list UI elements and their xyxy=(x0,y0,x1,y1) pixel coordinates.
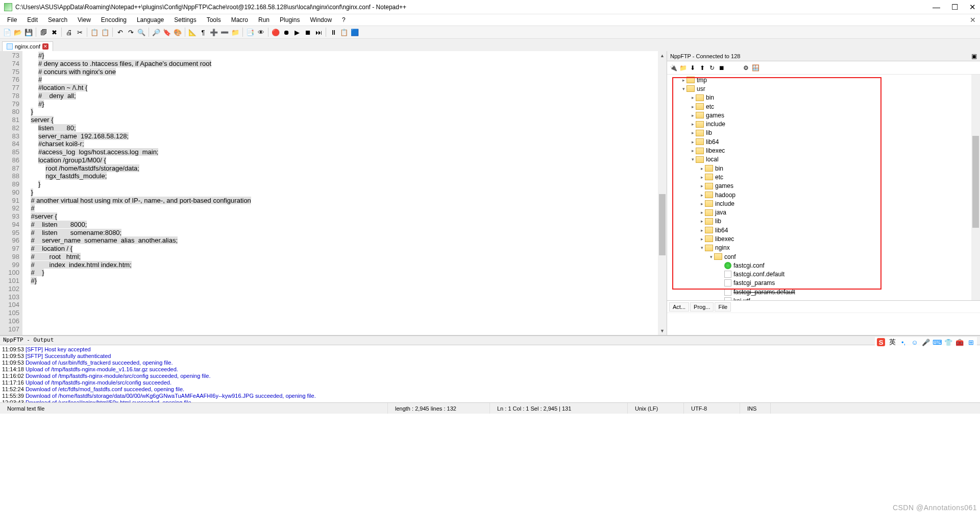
tree-file-koi-utf[interactable]: koi-utf xyxy=(667,296,980,300)
expand-icon[interactable]: ▾ xyxy=(680,86,687,91)
tree-folder-lib64[interactable]: ▸lib64 xyxy=(667,226,980,234)
tree-folder-conf[interactable]: ▾conf xyxy=(667,252,980,261)
ftp-toolbar-button-7[interactable]: ⚙ xyxy=(742,64,750,72)
ime-toolbox-icon[interactable]: 🧰 xyxy=(955,338,964,346)
menu-run[interactable]: Run xyxy=(254,15,274,25)
tree-folder-include[interactable]: ▸include xyxy=(667,199,980,208)
ftp-lower-tab-File[interactable]: File xyxy=(715,302,731,312)
expand-icon[interactable]: ▾ xyxy=(690,157,696,162)
expand-icon[interactable]: ▸ xyxy=(699,183,705,188)
tree-folder-tmp[interactable]: ▸tmp xyxy=(667,76,980,84)
expand-icon[interactable]: ▸ xyxy=(699,166,705,171)
menu-encoding[interactable]: Encoding xyxy=(97,15,131,25)
toolbar-button-16[interactable]: ¶ xyxy=(198,27,208,37)
toolbar-button-23[interactable]: ⏺ xyxy=(281,27,291,37)
tree-folder-nginx[interactable]: ▾nginx xyxy=(667,244,980,252)
toolbar-button-26[interactable]: ⏭ xyxy=(313,27,324,37)
tree-folder-games[interactable]: ▸games xyxy=(667,111,980,119)
toolbar-button-24[interactable]: ▶ xyxy=(292,27,302,37)
expand-icon[interactable]: ▾ xyxy=(699,245,705,250)
tree-folder-libexec[interactable]: ▸libexec xyxy=(667,146,980,155)
tree-folder-etc[interactable]: ▸etc xyxy=(667,102,980,111)
toolbar-button-22[interactable]: 🔴 xyxy=(271,27,281,37)
expand-icon[interactable]: ▸ xyxy=(690,148,696,153)
menu-?[interactable]: ? xyxy=(338,15,350,25)
expand-icon[interactable]: ▸ xyxy=(699,175,705,180)
minimize-button[interactable]: — xyxy=(933,3,940,12)
toolbar-button-6[interactable]: ✂ xyxy=(75,27,85,37)
ftp-toolbar-button-6[interactable] xyxy=(727,64,736,72)
ftp-toolbar-button-3[interactable]: ⬆ xyxy=(698,64,706,72)
tree-folder-lib64[interactable]: ▸lib64 xyxy=(667,137,980,146)
ftp-scroll-thumb[interactable] xyxy=(972,136,979,228)
expand-icon[interactable]: ▸ xyxy=(690,113,696,118)
toolbar-button-17[interactable]: ➕ xyxy=(209,27,219,37)
expand-icon[interactable]: ▸ xyxy=(690,139,696,145)
ime-lang-icon[interactable]: 英 xyxy=(888,338,896,346)
panel-close-icon[interactable]: ▣ xyxy=(971,53,977,60)
editor-vertical-scrollbar[interactable]: ▲ ▼ xyxy=(658,51,667,335)
menu-macro[interactable]: Macro xyxy=(227,15,252,25)
toolbar-button-14[interactable]: 🎨 xyxy=(173,27,183,37)
ftp-lower-tab-Prog[interactable]: Prog... xyxy=(690,302,714,312)
ftp-toolbar-button-5[interactable]: ⏹ xyxy=(718,64,726,72)
toolbar-button-21[interactable]: 👁 xyxy=(256,27,266,37)
editor-pane[interactable]: 7374757677787980818283848586878889909192… xyxy=(0,51,667,335)
toolbar-button-8[interactable]: 📋 xyxy=(100,27,110,37)
ftp-toolbar-button-2[interactable]: ⬇ xyxy=(689,64,697,72)
menu-plugins[interactable]: Plugins xyxy=(276,15,304,25)
menu-tools[interactable]: Tools xyxy=(203,15,225,25)
tree-file-fastcgi_params[interactable]: fastcgi_params xyxy=(667,279,980,288)
ime-sogou-icon[interactable]: S xyxy=(877,338,885,346)
ime-mic-icon[interactable]: 🎤 xyxy=(922,338,930,346)
toolbar-button-3[interactable]: 🗐 xyxy=(38,27,48,37)
toolbar-button-19[interactable]: 📁 xyxy=(230,27,240,37)
expand-icon[interactable]: ▸ xyxy=(690,104,696,109)
ime-more-icon[interactable]: ⊞ xyxy=(967,338,975,346)
expand-icon[interactable]: ▸ xyxy=(699,219,705,224)
tree-folder-bin[interactable]: ▸bin xyxy=(667,93,980,102)
toolbar-button-9[interactable]: ↶ xyxy=(115,27,125,37)
menubar-close-icon[interactable]: ✕ xyxy=(970,16,976,24)
tree-folder-lib[interactable]: ▸lib xyxy=(667,217,980,226)
toolbar-button-27[interactable]: ⏸ xyxy=(328,27,338,37)
expand-icon[interactable]: ▸ xyxy=(690,130,696,135)
expand-icon[interactable]: ▸ xyxy=(680,78,687,83)
ftp-vertical-scrollbar[interactable] xyxy=(971,75,980,300)
scroll-down-icon[interactable]: ▼ xyxy=(658,326,667,335)
ime-punct-icon[interactable]: •, xyxy=(899,338,908,346)
menu-edit[interactable]: Edit xyxy=(23,15,42,25)
ftp-toolbar-button-0[interactable]: 🔌 xyxy=(669,64,677,72)
toolbar-button-4[interactable]: ✖ xyxy=(49,27,59,37)
expand-icon[interactable]: ▾ xyxy=(708,254,714,259)
menu-search[interactable]: Search xyxy=(44,15,71,25)
tree-file-ok-fastcgi.conf[interactable]: fastcgi.conf xyxy=(667,261,980,270)
expand-icon[interactable]: ▸ xyxy=(690,95,696,100)
toolbar-button-7[interactable]: 📋 xyxy=(89,27,100,37)
expand-icon[interactable]: ▸ xyxy=(699,236,705,242)
tree-folder-local[interactable]: ▾local xyxy=(667,155,980,164)
tab-close-icon[interactable]: ✕ xyxy=(42,43,48,50)
expand-icon[interactable]: ▸ xyxy=(699,193,705,198)
toolbar-button-20[interactable]: 📑 xyxy=(245,27,255,37)
menu-view[interactable]: View xyxy=(74,15,95,25)
close-button[interactable]: ✕ xyxy=(969,3,976,12)
tree-folder-include[interactable]: ▸include xyxy=(667,119,980,128)
toolbar-button-11[interactable]: 🔍 xyxy=(136,27,146,37)
toolbar-button-13[interactable]: 🔖 xyxy=(162,27,172,37)
expand-icon[interactable]: ▸ xyxy=(699,201,705,206)
toolbar-button-10[interactable]: ↷ xyxy=(126,27,136,37)
ime-keyboard-icon[interactable]: ⌨ xyxy=(933,338,941,346)
menu-file[interactable]: File xyxy=(3,15,21,25)
tree-folder-games[interactable]: ▸games xyxy=(667,182,980,190)
ime-emoji-icon[interactable]: ☺ xyxy=(911,338,919,346)
toolbar-button-25[interactable]: ⏹ xyxy=(303,27,313,37)
menu-language[interactable]: Language xyxy=(133,15,168,25)
scroll-up-icon[interactable]: ▲ xyxy=(658,51,667,60)
tree-folder-libexec[interactable]: ▸libexec xyxy=(667,234,980,243)
tree-folder-usr[interactable]: ▾usr xyxy=(667,84,980,93)
ftp-tree[interactable]: ▸tmp▾usr▸bin▸etc▸games▸include▸lib▸lib64… xyxy=(667,75,980,300)
toolbar-button-2[interactable]: 💾 xyxy=(23,27,34,37)
toolbar-button-18[interactable]: ➖ xyxy=(219,27,230,37)
expand-icon[interactable]: ▸ xyxy=(699,210,705,215)
